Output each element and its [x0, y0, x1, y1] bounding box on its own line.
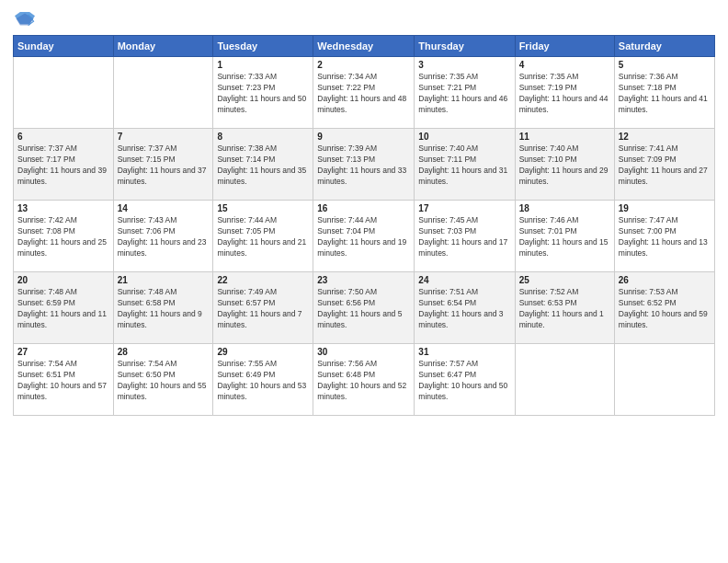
day-number: 31	[418, 347, 510, 357]
calendar-cell: 16Sunrise: 7:44 AM Sunset: 7:04 PM Dayli…	[313, 201, 415, 272]
calendar-week-3: 13Sunrise: 7:42 AM Sunset: 7:08 PM Dayli…	[14, 201, 715, 272]
calendar-week-5: 27Sunrise: 7:54 AM Sunset: 6:51 PM Dayli…	[14, 344, 715, 416]
day-detail: Sunrise: 7:48 AM Sunset: 6:58 PM Dayligh…	[118, 287, 210, 331]
day-detail: Sunrise: 7:49 AM Sunset: 6:57 PM Dayligh…	[217, 287, 309, 331]
day-number: 18	[519, 203, 610, 213]
calendar-cell: 22Sunrise: 7:49 AM Sunset: 6:57 PM Dayli…	[213, 272, 313, 344]
calendar-cell: 28Sunrise: 7:54 AM Sunset: 6:50 PM Dayli…	[113, 344, 213, 416]
day-number: 12	[619, 132, 711, 142]
day-detail: Sunrise: 7:54 AM Sunset: 6:50 PM Dayligh…	[118, 359, 210, 403]
day-number: 19	[619, 203, 711, 213]
day-number: 4	[519, 60, 610, 70]
calendar-cell: 2Sunrise: 7:34 AM Sunset: 7:22 PM Daylig…	[313, 57, 415, 129]
calendar-week-1: 1Sunrise: 7:33 AM Sunset: 7:23 PM Daylig…	[14, 57, 715, 129]
calendar-cell	[614, 344, 714, 416]
calendar-header-wednesday: Wednesday	[313, 36, 415, 57]
day-detail: Sunrise: 7:56 AM Sunset: 6:48 PM Dayligh…	[317, 359, 410, 403]
day-detail: Sunrise: 7:47 AM Sunset: 7:00 PM Dayligh…	[619, 215, 711, 259]
calendar-cell: 31Sunrise: 7:57 AM Sunset: 6:47 PM Dayli…	[415, 344, 515, 416]
day-number: 14	[118, 203, 210, 213]
day-number: 26	[619, 275, 711, 285]
day-detail: Sunrise: 7:34 AM Sunset: 7:22 PM Dayligh…	[317, 72, 410, 116]
day-detail: Sunrise: 7:41 AM Sunset: 7:09 PM Dayligh…	[619, 144, 711, 188]
calendar-cell	[113, 57, 213, 129]
calendar-header-monday: Monday	[113, 36, 213, 57]
day-number: 16	[317, 203, 410, 213]
day-detail: Sunrise: 7:42 AM Sunset: 7:08 PM Dayligh…	[17, 215, 109, 259]
calendar-week-4: 20Sunrise: 7:48 AM Sunset: 6:59 PM Dayli…	[14, 272, 715, 344]
calendar-cell: 26Sunrise: 7:53 AM Sunset: 6:52 PM Dayli…	[614, 272, 714, 344]
day-detail: Sunrise: 7:38 AM Sunset: 7:14 PM Dayligh…	[217, 144, 309, 188]
calendar-cell: 1Sunrise: 7:33 AM Sunset: 7:23 PM Daylig…	[213, 57, 313, 129]
day-detail: Sunrise: 7:52 AM Sunset: 6:53 PM Dayligh…	[519, 287, 610, 331]
day-number: 24	[418, 275, 510, 285]
calendar-cell: 15Sunrise: 7:44 AM Sunset: 7:05 PM Dayli…	[213, 201, 313, 272]
day-detail: Sunrise: 7:44 AM Sunset: 7:04 PM Dayligh…	[317, 215, 410, 259]
calendar-cell: 7Sunrise: 7:37 AM Sunset: 7:15 PM Daylig…	[113, 129, 213, 201]
day-number: 2	[317, 60, 410, 70]
day-detail: Sunrise: 7:37 AM Sunset: 7:17 PM Dayligh…	[17, 144, 109, 188]
day-detail: Sunrise: 7:48 AM Sunset: 6:59 PM Dayligh…	[17, 287, 109, 331]
calendar-header-saturday: Saturday	[614, 36, 714, 57]
day-detail: Sunrise: 7:45 AM Sunset: 7:03 PM Dayligh…	[418, 215, 510, 259]
day-number: 3	[418, 60, 510, 70]
calendar-cell: 14Sunrise: 7:43 AM Sunset: 7:06 PM Dayli…	[113, 201, 213, 272]
day-detail: Sunrise: 7:53 AM Sunset: 6:52 PM Dayligh…	[619, 287, 711, 331]
day-number: 30	[317, 347, 410, 357]
calendar-cell: 21Sunrise: 7:48 AM Sunset: 6:58 PM Dayli…	[113, 272, 213, 344]
day-number: 13	[17, 203, 109, 213]
page: SundayMondayTuesdayWednesdayThursdayFrid…	[0, 0, 728, 563]
calendar-cell: 23Sunrise: 7:50 AM Sunset: 6:56 PM Dayli…	[313, 272, 415, 344]
calendar-cell	[515, 344, 614, 416]
day-number: 10	[418, 132, 510, 142]
day-detail: Sunrise: 7:35 AM Sunset: 7:21 PM Dayligh…	[418, 72, 510, 116]
calendar-header-friday: Friday	[515, 36, 614, 57]
calendar-cell: 24Sunrise: 7:51 AM Sunset: 6:54 PM Dayli…	[415, 272, 515, 344]
calendar-header-thursday: Thursday	[415, 36, 515, 57]
calendar-cell: 4Sunrise: 7:35 AM Sunset: 7:19 PM Daylig…	[515, 57, 614, 129]
day-detail: Sunrise: 7:37 AM Sunset: 7:15 PM Dayligh…	[118, 144, 210, 188]
day-number: 21	[118, 275, 210, 285]
calendar-cell: 18Sunrise: 7:46 AM Sunset: 7:01 PM Dayli…	[515, 201, 614, 272]
calendar-cell: 12Sunrise: 7:41 AM Sunset: 7:09 PM Dayli…	[614, 129, 714, 201]
calendar-cell: 9Sunrise: 7:39 AM Sunset: 7:13 PM Daylig…	[313, 129, 415, 201]
day-number: 1	[217, 60, 309, 70]
calendar-cell: 10Sunrise: 7:40 AM Sunset: 7:11 PM Dayli…	[415, 129, 515, 201]
day-detail: Sunrise: 7:35 AM Sunset: 7:19 PM Dayligh…	[519, 72, 610, 116]
day-number: 23	[317, 275, 410, 285]
calendar-week-2: 6Sunrise: 7:37 AM Sunset: 7:17 PM Daylig…	[14, 129, 715, 201]
day-number: 9	[317, 132, 410, 142]
calendar-header-sunday: Sunday	[14, 36, 114, 57]
calendar-cell: 19Sunrise: 7:47 AM Sunset: 7:00 PM Dayli…	[614, 201, 714, 272]
calendar-cell: 30Sunrise: 7:56 AM Sunset: 6:48 PM Dayli…	[313, 344, 415, 416]
calendar-cell	[14, 57, 114, 129]
day-detail: Sunrise: 7:36 AM Sunset: 7:18 PM Dayligh…	[619, 72, 711, 116]
calendar-cell: 5Sunrise: 7:36 AM Sunset: 7:18 PM Daylig…	[614, 57, 714, 129]
calendar-cell: 25Sunrise: 7:52 AM Sunset: 6:53 PM Dayli…	[515, 272, 614, 344]
day-number: 7	[118, 132, 210, 142]
logo-icon	[15, 9, 35, 29]
day-number: 15	[217, 203, 309, 213]
header	[13, 9, 715, 29]
calendar-header-tuesday: Tuesday	[213, 36, 313, 57]
day-detail: Sunrise: 7:44 AM Sunset: 7:05 PM Dayligh…	[217, 215, 309, 259]
calendar-cell: 20Sunrise: 7:48 AM Sunset: 6:59 PM Dayli…	[14, 272, 114, 344]
calendar-table: SundayMondayTuesdayWednesdayThursdayFrid…	[13, 35, 715, 416]
day-detail: Sunrise: 7:57 AM Sunset: 6:47 PM Dayligh…	[418, 359, 510, 403]
calendar-cell: 8Sunrise: 7:38 AM Sunset: 7:14 PM Daylig…	[213, 129, 313, 201]
logo-area	[13, 9, 35, 29]
day-number: 29	[217, 347, 309, 357]
day-detail: Sunrise: 7:55 AM Sunset: 6:49 PM Dayligh…	[217, 359, 309, 403]
day-number: 25	[519, 275, 610, 285]
calendar-cell: 17Sunrise: 7:45 AM Sunset: 7:03 PM Dayli…	[415, 201, 515, 272]
calendar-cell: 6Sunrise: 7:37 AM Sunset: 7:17 PM Daylig…	[14, 129, 114, 201]
day-number: 22	[217, 275, 309, 285]
day-detail: Sunrise: 7:40 AM Sunset: 7:10 PM Dayligh…	[519, 144, 610, 188]
day-number: 6	[17, 132, 109, 142]
calendar-header-row: SundayMondayTuesdayWednesdayThursdayFrid…	[14, 36, 715, 57]
day-detail: Sunrise: 7:54 AM Sunset: 6:51 PM Dayligh…	[17, 359, 109, 403]
day-detail: Sunrise: 7:40 AM Sunset: 7:11 PM Dayligh…	[418, 144, 510, 188]
day-number: 8	[217, 132, 309, 142]
calendar-cell: 13Sunrise: 7:42 AM Sunset: 7:08 PM Dayli…	[14, 201, 114, 272]
calendar-cell: 3Sunrise: 7:35 AM Sunset: 7:21 PM Daylig…	[415, 57, 515, 129]
